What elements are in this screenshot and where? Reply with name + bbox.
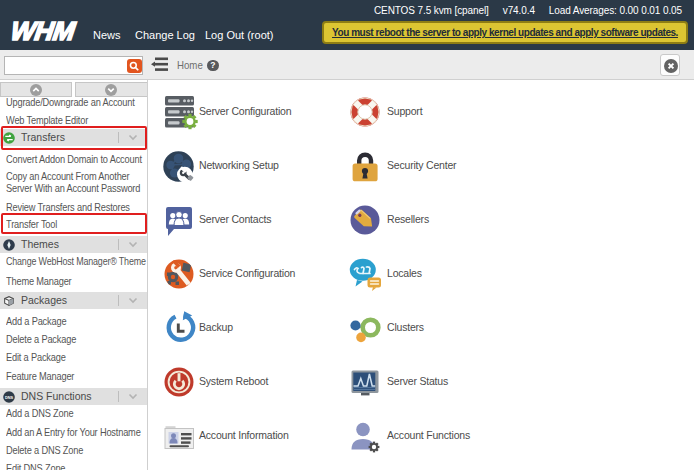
svg-text:DNS: DNS [4, 394, 13, 399]
